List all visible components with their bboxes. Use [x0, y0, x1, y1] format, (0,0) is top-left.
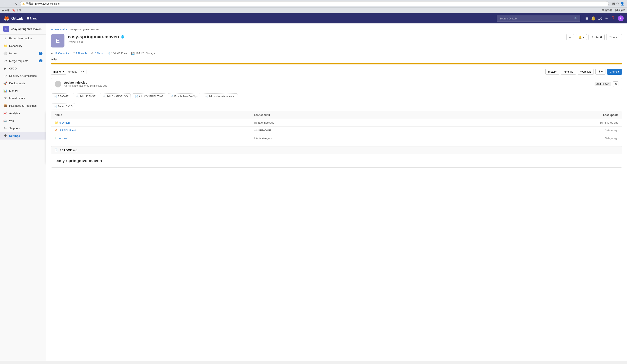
project-header: E easy-springmvc-maven 🌐 Project ID: 3 ✏… — [51, 34, 622, 47]
bookmark-qianfeng[interactable]: 🔖 千锋 — [12, 8, 21, 12]
commit-time: authored 55 minutes ago — [79, 84, 107, 87]
language-bar — [51, 63, 622, 64]
tag-icon: 🏷 — [91, 52, 94, 55]
security-warning-icon: ⚠ — [22, 2, 25, 5]
sidebar-item-monitor[interactable]: 📊 Monitor — [0, 87, 46, 94]
sidebar-project-header[interactable]: E easy-springmvc-maven — [0, 23, 46, 35]
stat-branch[interactable]: ⑂ 1 Branch — [73, 52, 87, 55]
add-license-button[interactable]: 📄 Add LICENSE — [73, 93, 98, 99]
cicd-setup-icon: 📄 — [54, 105, 57, 108]
cicd-icon: ▶ — [3, 67, 7, 70]
stat-tags[interactable]: 🏷 0 Tags — [91, 52, 103, 55]
copy-hash-button[interactable]: ⧉ — [613, 81, 619, 87]
notifications-icon[interactable]: 🔔 — [591, 16, 596, 21]
sidebar-item-repository[interactable]: 📁 Repository — [0, 42, 46, 49]
wiki-icon: 📖 — [3, 119, 7, 123]
clone-button[interactable]: Clone ▾ — [607, 69, 622, 75]
commit-message[interactable]: Update index.jsp — [64, 81, 592, 84]
breadcrumb: Administrator › easy-springmvc-maven — [51, 28, 622, 31]
file-table: Name Last commit Last update 📁 src/main … — [51, 111, 622, 142]
menu-button[interactable]: ☰ Menu — [27, 17, 38, 20]
fork-button[interactable]: ⑂ Fork 0 — [606, 34, 622, 40]
branch-selector[interactable]: master ▾ — [51, 69, 66, 75]
hamburger-icon: ☰ — [27, 17, 29, 20]
file-link-readme[interactable]: M↓ README.md — [55, 129, 247, 132]
download-button[interactable]: ⬇ ▾ — [595, 69, 605, 75]
bookmark-apps[interactable]: ⊞ 应用 — [2, 8, 10, 12]
forward-button[interactable]: → — [8, 2, 12, 6]
gitlab-logo-icon: 🦊 — [3, 15, 10, 21]
bookmark-icon[interactable]: ☆ — [616, 2, 619, 6]
web-ide-button[interactable]: Web IDE — [577, 69, 594, 75]
commit-info: Update index.jsp Administrator authored … — [51, 78, 622, 90]
sidebar-item-packages[interactable]: 📦 Packages & Registries — [0, 102, 46, 109]
add-contributing-button[interactable]: 📄 Add CONTRIBUTING — [132, 93, 166, 99]
user-avatar[interactable]: A — [618, 15, 624, 21]
url-bar[interactable]: ⚠ 不安全 10.0.0.20/root/xingdian — [20, 1, 609, 6]
history-button[interactable]: History — [545, 69, 559, 75]
create-icon[interactable]: ⊞ — [585, 16, 588, 21]
user-profile-icon[interactable]: 👤 — [620, 2, 625, 6]
branch-name: master — [53, 70, 62, 73]
stat-commits[interactable]: ↩ 12 Commits — [51, 52, 69, 55]
edit-button[interactable]: ✏ — [566, 34, 574, 40]
sidebar-item-project-information[interactable]: ℹ Project information — [0, 35, 46, 42]
sidebar-item-cicd[interactable]: ▶ CI/CD — [0, 65, 46, 72]
markdown-icon: M↓ — [55, 129, 59, 132]
commit-author-avatar — [55, 81, 61, 88]
kubernetes-icon: 📄 — [205, 95, 208, 98]
file-path: xingdian + ▾ — [68, 69, 87, 74]
sidebar-item-wiki[interactable]: 📖 Wiki — [0, 117, 46, 125]
help-icon[interactable]: ❓ — [611, 16, 615, 21]
sidebar-item-analytics[interactable]: 📈 Analytics — [0, 109, 46, 117]
sidebar-item-security[interactable]: 🛡 Security & Compliance — [0, 72, 46, 80]
issues-icon: ⚪ — [3, 51, 7, 55]
star-icon: ☆ — [591, 36, 594, 39]
enable-autodevops-button[interactable]: 📄 Enable Auto DevOps — [168, 93, 200, 99]
sidebar-item-merge-requests[interactable]: ⎇ Merge requests 0 — [0, 57, 46, 65]
star-button[interactable]: ☆ Star 0 — [588, 34, 605, 40]
add-changelog-button[interactable]: 📄 Add CHANGELOG — [100, 93, 130, 99]
back-button[interactable]: ← — [2, 2, 7, 6]
autodevops-icon: 📄 — [170, 95, 173, 98]
other-bookmarks[interactable]: 其他书签 — [602, 8, 612, 12]
bookmarks-bar: ⊞ 应用 🔖 千锋 其他书签 阅读清单 — [0, 7, 627, 13]
reading-list[interactable]: 阅读清单 — [615, 8, 625, 12]
sidebar-item-snippets[interactable]: ✂ Snippets — [0, 125, 46, 132]
commit-hash[interactable]: 0b1f2245 — [595, 82, 611, 86]
edit-icon[interactable]: ✏ — [605, 16, 608, 21]
sidebar-item-issues[interactable]: ⚪ Issues 0 — [0, 49, 46, 57]
reload-button[interactable]: ↻ — [14, 2, 18, 6]
merge-request-icon[interactable]: ⎇ — [598, 16, 603, 21]
table-row: 📁 src/main Update index.jsp 55 minutes a… — [51, 119, 622, 127]
project-title-area: easy-springmvc-maven 🌐 Project ID: 3 — [68, 34, 563, 44]
sidebar-item-infrastructure[interactable]: 🏗 Infrastructure — [0, 94, 46, 102]
files-icon: 📄 — [107, 52, 110, 55]
setup-cicd-button[interactable]: 📄 Set up CI/CD — [51, 103, 75, 109]
add-kubernetes-button[interactable]: 📄 Add Kubernetes cluster — [202, 93, 238, 99]
content-area: Administrator › easy-springmvc-maven E e… — [46, 23, 627, 361]
find-file-button[interactable]: Find file — [561, 69, 576, 75]
search-bar[interactable]: Search GitLab 🔍 — [497, 15, 580, 22]
readme-title: easy-springmvc-maven — [55, 158, 618, 163]
file-link-pom[interactable]: X pom.xml — [55, 136, 247, 140]
readme-button[interactable]: 📄 README — [51, 93, 71, 99]
header-actions: ⊞ 🔔 ⎇ ✏ ❓ A — [585, 15, 624, 21]
project-title: easy-springmvc-maven 🌐 — [68, 34, 563, 40]
file-link-src[interactable]: 📁 src/main — [55, 121, 247, 124]
file-toolbar-actions: History Find file Web IDE ⬇ ▾ Clone ▾ — [545, 69, 622, 75]
gitlab-logo[interactable]: 🦊 GitLab — [3, 15, 23, 21]
commit-author: Administrator — [64, 84, 79, 87]
notifications-button[interactable]: 🔔 ▾ — [576, 34, 587, 40]
sidebar-item-settings[interactable]: ⚙ Settings — [0, 132, 46, 139]
add-file-button[interactable]: + ▾ — [79, 69, 86, 74]
project-locale: 全球 — [51, 57, 622, 61]
sidebar-item-deployments[interactable]: 🚀 Deployments — [0, 80, 46, 87]
stat-files: 📄 184 KB Files — [107, 52, 127, 55]
project-id: Project ID: 3 — [68, 40, 563, 44]
shield-icon: 🛡 — [3, 74, 7, 78]
apps-icon: ⊞ — [2, 9, 4, 12]
readme-section: 📄 README.md easy-springmvc-maven — [51, 146, 622, 168]
translate-icon[interactable]: ⊞ — [612, 2, 615, 6]
breadcrumb-admin[interactable]: Administrator — [51, 28, 67, 31]
